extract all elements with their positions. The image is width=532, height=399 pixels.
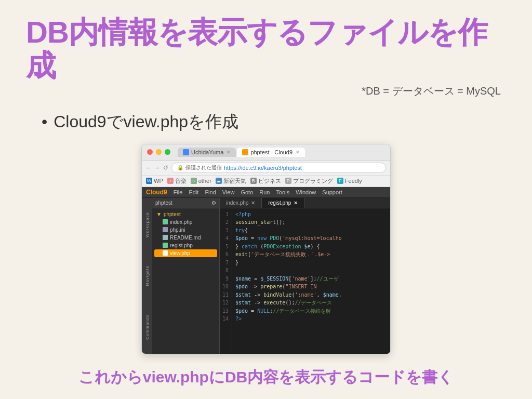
workspace-label: Workspace: [145, 212, 150, 237]
browser-addressbar: ← → ↺ 🔒 保護された通信 https://ide.c9.io/kaeru3…: [142, 161, 390, 176]
editor-tab-regist[interactable]: regist.php ✕: [262, 198, 304, 208]
back-icon[interactable]: ←: [146, 164, 152, 171]
other-icon: ○: [191, 178, 197, 184]
weather-icon: ☁: [216, 178, 222, 184]
bk-wp-label: WP: [154, 178, 163, 184]
main-title: DB内情報を表示するファイルを作成: [26, 16, 506, 82]
bookmarks-bar: W WP ♪ 音楽 ○ other ☁ 新宿天気 B ビジネス: [142, 176, 390, 187]
tab1-label: UchidaYuma: [191, 149, 223, 155]
view-php-icon: [163, 250, 168, 256]
close-button-icon[interactable]: [147, 149, 153, 155]
file-readme-label: README.md: [170, 235, 201, 241]
bookmark-prog[interactable]: P プログラミング: [285, 177, 333, 185]
sidebar-labels: Workspace Navigate Commands: [142, 198, 152, 354]
wp-icon: W: [146, 178, 152, 184]
forward-icon[interactable]: →: [154, 164, 160, 171]
tab1-close-icon[interactable]: ✕: [227, 150, 231, 155]
file-panel: phptest ⚙ ▼ phptest index.php: [152, 198, 220, 354]
file-regist-php[interactable]: regist.php: [154, 242, 217, 249]
file-readme[interactable]: README.md: [154, 234, 217, 242]
editor-content: 1234567891011121314 <?php session_start(…: [220, 208, 390, 354]
bookmark-biz[interactable]: B ビジネス: [250, 177, 281, 185]
lock-icon: 🔒: [177, 165, 183, 170]
bookmark-feedly[interactable]: F Feedly: [337, 178, 362, 184]
prog-icon: P: [285, 178, 291, 184]
browser-titlebar: UchidaYuma ✕ phptest - Cloud9 ✕: [142, 144, 390, 161]
file-view-label: view.php: [170, 250, 190, 256]
folder-icon: ▼: [156, 211, 162, 217]
address-secure-label: 保護された通信: [185, 164, 222, 171]
cloud9-favicon: [242, 149, 248, 155]
maximize-button-icon[interactable]: [165, 149, 170, 155]
file-view-php[interactable]: view.php: [154, 249, 217, 257]
nav-arrows: ← →: [146, 164, 160, 171]
menu-goto[interactable]: Goto: [241, 189, 253, 195]
ide-body: Workspace Navigate Commands phptest ⚙ ▼ …: [142, 198, 390, 354]
bk-prog-label: プログラミング: [293, 177, 333, 185]
bk-feedly-label: Feedly: [345, 178, 362, 184]
menu-tools[interactable]: Tools: [276, 189, 289, 195]
folder-label: phptest: [164, 211, 181, 217]
bookmark-other[interactable]: ○ other: [191, 178, 211, 184]
folder-phptest[interactable]: ▼ phptest: [154, 210, 217, 218]
editor-tab-regist-label: regist.php: [268, 200, 291, 206]
editor-tab-index[interactable]: index.php ✕: [220, 198, 262, 208]
editor-tab-regist-close[interactable]: ✕: [294, 200, 298, 206]
navigate-label: Navigate: [145, 265, 150, 286]
bookmark-wp[interactable]: W WP: [146, 178, 163, 184]
menu-view[interactable]: View: [222, 189, 235, 195]
file-php-ini[interactable]: php.ini: [154, 226, 217, 234]
address-url: https://ide.c9.io/kaeru3/phptest: [224, 165, 302, 171]
refresh-icon[interactable]: ↺: [163, 164, 168, 171]
presentation-slide: DB内情報を表示するファイルを作成 *DB = データベース = MySQL •…: [0, 0, 532, 399]
cloud9-menu: Cloud9 File Edit Find View Goto Run Tool…: [142, 187, 390, 198]
bk-other-label: other: [198, 178, 211, 184]
editor-tab-index-label: index.php: [226, 200, 248, 206]
file-panel-title: phptest: [155, 200, 172, 206]
php-file-icon: [163, 219, 168, 224]
ini-file-icon: [163, 227, 168, 232]
biz-icon: B: [250, 178, 257, 184]
file-index-php[interactable]: index.php: [154, 218, 217, 226]
uchida-favicon: [183, 149, 189, 155]
file-regist-label: regist.php: [170, 243, 193, 248]
tab2-label: phptest - Cloud9: [250, 149, 292, 155]
tab-uchida[interactable]: UchidaYuma ✕: [178, 148, 236, 157]
bookmark-music[interactable]: ♪ 音楽: [167, 177, 187, 185]
menu-find[interactable]: Find: [205, 189, 216, 195]
bottom-text: これからview.phpにDB内容を表示するコードを書く: [26, 367, 506, 393]
line-numbers: 1234567891011121314: [220, 208, 232, 354]
menu-file[interactable]: File: [174, 189, 183, 195]
editor-area: index.php ✕ regist.php ✕ 123456789101112…: [220, 198, 390, 354]
bk-biz-label: ビジネス: [258, 177, 281, 185]
bullet-dot: •: [42, 112, 47, 131]
menu-window[interactable]: Window: [296, 189, 316, 195]
file-phpini-label: php.ini: [170, 227, 185, 233]
file-panel-settings-icon[interactable]: ⚙: [211, 200, 216, 206]
menu-edit[interactable]: Edit: [189, 189, 198, 195]
tab-cloud9[interactable]: phptest - Cloud9 ✕: [237, 148, 305, 157]
browser-window: UchidaYuma ✕ phptest - Cloud9 ✕ ← → ↺: [141, 144, 391, 354]
minimize-button-icon[interactable]: [156, 149, 162, 155]
code-display: <?php session_start(); try{ $pdo = new P…: [232, 208, 390, 354]
address-field[interactable]: 🔒 保護された通信 https://ide.c9.io/kaeru3/phpte…: [171, 163, 386, 173]
file-tree: ▼ phptest index.php php.ini: [152, 208, 219, 259]
tab-bar: UchidaYuma ✕ phptest - Cloud9 ✕: [178, 148, 385, 157]
feedly-icon: F: [337, 178, 343, 184]
bullet-text: Cloud9でview.phpを作成: [54, 111, 238, 134]
tab2-close-icon[interactable]: ✕: [296, 150, 300, 155]
cloud9-brand-label: Cloud9: [146, 189, 167, 196]
file-panel-header: phptest ⚙: [152, 198, 219, 208]
music-icon: ♪: [167, 178, 174, 184]
bookmark-weather[interactable]: ☁ 新宿天気: [216, 177, 246, 185]
editor-tab-index-close[interactable]: ✕: [251, 200, 255, 206]
php2-file-icon: [163, 243, 168, 248]
screenshot-container: UchidaYuma ✕ phptest - Cloud9 ✕ ← → ↺: [26, 144, 506, 354]
menu-run[interactable]: Run: [259, 189, 270, 195]
menu-support[interactable]: Support: [322, 189, 342, 195]
bk-weather-label: 新宿天気: [223, 177, 246, 185]
bullet-item: • Cloud9でview.phpを作成: [42, 111, 506, 134]
commands-label: Commands: [145, 314, 150, 340]
editor-tabs: index.php ✕ regist.php ✕: [220, 198, 390, 208]
file-index-label: index.php: [170, 219, 192, 225]
